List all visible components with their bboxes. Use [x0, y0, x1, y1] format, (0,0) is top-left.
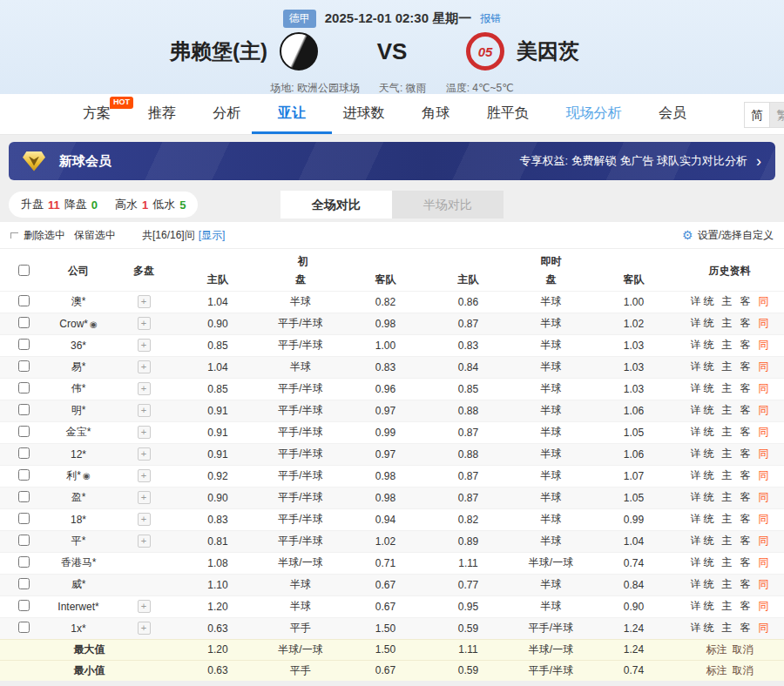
summary-action-cancel[interactable]: 取消	[733, 643, 754, 656]
summary-action-mark[interactable]: 标注	[706, 643, 727, 656]
history-link-home[interactable]: 主	[722, 556, 733, 568]
company-name[interactable]: 12*	[71, 448, 86, 461]
settings-button[interactable]: ⚙ 设置/选择自定义	[682, 228, 774, 243]
row-checkbox[interactable]	[18, 600, 30, 611]
tab-full-match-compare[interactable]: 全场对比	[280, 191, 392, 219]
history-link-detail[interactable]: 详	[691, 360, 701, 373]
multi-odds-expand-button[interactable]: +	[138, 491, 151, 504]
history-link-detail[interactable]: 详	[691, 404, 701, 416]
history-link-away[interactable]: 客	[740, 622, 751, 634]
history-link-home[interactable]: 主	[722, 404, 733, 416]
history-link-home[interactable]: 主	[722, 317, 733, 329]
history-link-same[interactable]: 同	[759, 578, 769, 590]
select-all-checkbox[interactable]	[18, 265, 30, 276]
history-link-same[interactable]: 同	[759, 491, 769, 503]
multi-odds-expand-button[interactable]: +	[138, 622, 151, 635]
company-name[interactable]: 盈*	[71, 491, 86, 503]
company-name[interactable]: 1x*	[71, 622, 85, 635]
lang-simplified-button[interactable]: 简	[744, 102, 770, 128]
row-checkbox[interactable]	[18, 426, 30, 437]
row-checkbox[interactable]	[18, 469, 30, 481]
history-link-detail[interactable]: 详	[691, 426, 701, 438]
history-link-same[interactable]: 同	[759, 535, 769, 547]
history-link-home[interactable]: 主	[722, 447, 733, 460]
history-link-stats[interactable]: 统	[704, 578, 714, 590]
history-link-same[interactable]: 同	[759, 622, 769, 634]
history-link-stats[interactable]: 统	[704, 382, 714, 394]
history-link-detail[interactable]: 详	[691, 491, 701, 503]
history-link-home[interactable]: 主	[722, 535, 733, 547]
history-link-away[interactable]: 客	[740, 382, 751, 394]
history-link-stats[interactable]: 统	[704, 535, 714, 547]
company-name[interactable]: 36*	[71, 340, 86, 352]
history-link-stats[interactable]: 统	[704, 404, 714, 416]
row-checkbox[interactable]	[18, 491, 30, 502]
multi-odds-expand-button[interactable]: +	[138, 447, 151, 461]
company-name[interactable]: Crow*	[59, 318, 88, 330]
history-link-same[interactable]: 同	[759, 513, 769, 525]
history-link-away[interactable]: 客	[740, 535, 751, 547]
nav-tab-analysis[interactable]: 分析	[213, 94, 240, 134]
nav-tab-asian-handicap[interactable]: 亚让	[252, 94, 332, 134]
row-checkbox[interactable]	[18, 578, 30, 589]
history-link-same[interactable]: 同	[759, 447, 769, 460]
history-link-stats[interactable]: 统	[704, 426, 714, 438]
history-link-same[interactable]: 同	[759, 469, 769, 481]
history-link-away[interactable]: 客	[740, 556, 751, 568]
history-link-home[interactable]: 主	[722, 600, 733, 612]
history-link-detail[interactable]: 详	[691, 339, 701, 351]
row-checkbox[interactable]	[18, 556, 30, 568]
row-checkbox[interactable]	[18, 513, 30, 524]
history-link-home[interactable]: 主	[722, 513, 733, 525]
history-link-same[interactable]: 同	[759, 404, 769, 416]
multi-odds-expand-button[interactable]: +	[138, 404, 151, 417]
multi-odds-expand-button[interactable]: +	[138, 339, 151, 352]
history-link-away[interactable]: 客	[740, 295, 751, 307]
multi-odds-expand-button[interactable]: +	[138, 469, 151, 482]
history-link-detail[interactable]: 详	[691, 535, 701, 547]
history-link-detail[interactable]: 详	[691, 469, 701, 481]
history-link-stats[interactable]: 统	[704, 622, 714, 634]
history-link-detail[interactable]: 详	[691, 578, 701, 590]
vip-benefits[interactable]: 专享权益: 免费解锁 免广告 球队实力对比分析 ›	[520, 153, 761, 169]
row-checkbox[interactable]	[18, 622, 30, 633]
summary-action-mark[interactable]: 标注	[706, 664, 727, 676]
history-link-home[interactable]: 主	[722, 578, 733, 590]
history-link-away[interactable]: 客	[740, 339, 751, 351]
history-link-detail[interactable]: 详	[691, 295, 701, 307]
row-checkbox[interactable]	[18, 295, 30, 306]
nav-tab-1x2[interactable]: 胜平负	[487, 94, 529, 134]
nav-tab-corners[interactable]: 角球	[422, 94, 449, 134]
history-link-stats[interactable]: 统	[704, 513, 714, 525]
history-link-away[interactable]: 客	[740, 578, 751, 590]
row-checkbox[interactable]	[18, 339, 30, 350]
multi-odds-expand-button[interactable]: +	[138, 513, 151, 526]
multi-odds-expand-button[interactable]: +	[138, 317, 151, 330]
history-link-same[interactable]: 同	[759, 317, 769, 329]
multi-odds-expand-button[interactable]: +	[138, 535, 151, 548]
history-link-detail[interactable]: 详	[691, 513, 701, 525]
nav-tab-live-analysis[interactable]: 现场分析	[565, 94, 621, 134]
summary-action-cancel[interactable]: 取消	[733, 664, 754, 676]
history-link-detail[interactable]: 详	[691, 447, 701, 460]
company-name[interactable]: 伟*	[71, 382, 86, 394]
company-name[interactable]: 平*	[71, 535, 86, 547]
history-link-home[interactable]: 主	[722, 360, 733, 373]
nav-tab-recommend[interactable]: 推荐	[148, 94, 176, 134]
history-link-stats[interactable]: 统	[704, 360, 714, 373]
row-checkbox[interactable]	[18, 535, 30, 546]
vip-banner[interactable]: 新球会员 专享权益: 免费解锁 免广告 球队实力对比分析 ›	[9, 142, 775, 180]
tab-half-match-compare[interactable]: 半场对比	[392, 191, 504, 219]
history-link-stats[interactable]: 统	[704, 469, 714, 481]
multi-odds-expand-button[interactable]: +	[138, 382, 151, 395]
multi-odds-expand-button[interactable]: +	[138, 426, 151, 439]
show-link[interactable]: [显示]	[199, 228, 226, 243]
history-link-stats[interactable]: 统	[704, 556, 714, 568]
company-name[interactable]: 易*	[71, 360, 86, 373]
history-link-stats[interactable]: 统	[704, 491, 714, 503]
company-name[interactable]: 利*	[66, 469, 81, 481]
history-link-home[interactable]: 主	[722, 622, 733, 634]
history-link-home[interactable]: 主	[722, 382, 733, 394]
row-checkbox[interactable]	[18, 360, 30, 372]
history-link-detail[interactable]: 详	[691, 317, 701, 329]
